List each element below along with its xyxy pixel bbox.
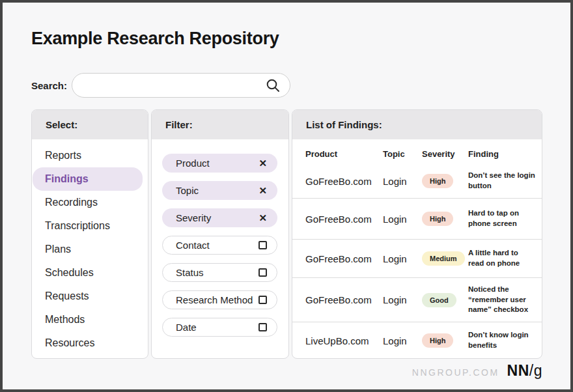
column-header-topic: Topic: [383, 149, 422, 159]
cell-finding: Don’t know login benefits: [468, 324, 535, 356]
filter-pill-label: Date: [176, 322, 259, 333]
column-header-finding: Finding: [468, 149, 535, 159]
cell-topic: Login: [383, 335, 422, 346]
cell-product: LiveUpBo.com: [305, 335, 383, 346]
app-frame: Example Research Repository Search: Sele…: [0, 0, 573, 392]
sidebar-item-methods[interactable]: Methods: [32, 308, 148, 331]
sidebar-item-resources[interactable]: Resources: [32, 331, 148, 355]
filter-pill-topic[interactable]: Topic ✕: [162, 181, 277, 200]
severity-badge: High: [422, 174, 453, 188]
search-row: Search:: [31, 73, 290, 98]
sidebar-item-plans[interactable]: Plans: [32, 238, 148, 261]
cell-topic: Login: [383, 253, 422, 264]
filter-pill-label: Research Method: [176, 294, 259, 305]
findings-panel: List of Findings: Product Topic Severity…: [292, 109, 542, 359]
filter-pill-status[interactable]: Status ✕: [162, 263, 277, 282]
cell-product: GoFreeBo.com: [305, 294, 383, 305]
severity-badge: High: [422, 333, 453, 348]
cell-finding: Don’t see the login button: [468, 165, 535, 197]
filter-pill-contact[interactable]: Contact ✕: [162, 236, 277, 255]
search-input[interactable]: [83, 76, 266, 95]
sidebar-item-schedules[interactable]: Schedules: [32, 261, 148, 285]
table-row[interactable]: GoFreeBo.com Login High Don’t see the lo…: [292, 164, 542, 198]
filter-pill-label: Status: [176, 267, 259, 278]
filter-pill-label: Topic: [176, 185, 259, 196]
table-row[interactable]: LiveUpBo.com Login High Don’t know login…: [292, 322, 542, 359]
checkbox-icon[interactable]: [259, 323, 267, 331]
cell-product: GoFreeBo.com: [305, 176, 383, 187]
sidebar-item-recordings[interactable]: Recordings: [32, 191, 148, 214]
filter-pill-research-method[interactable]: Research Method ✕: [162, 290, 277, 309]
nng-logo-slash-g: /g: [529, 362, 542, 379]
checkbox-icon[interactable]: [259, 268, 267, 277]
search-label: Search:: [31, 80, 72, 91]
remove-filter-icon[interactable]: ✕: [259, 186, 267, 195]
filter-pill-date[interactable]: Date ✕: [162, 318, 277, 337]
table-row[interactable]: GoFreeBo.com Login Good Noticed the “rem…: [292, 277, 542, 322]
footer-site-url: NNGROUP.COM: [412, 367, 499, 378]
page-title: Example Research Repository: [31, 29, 279, 49]
sidebar-item-transcriptions[interactable]: Transcriptions: [32, 214, 148, 238]
checkbox-icon[interactable]: [259, 241, 267, 249]
sidebar-item-requests[interactable]: Requests: [32, 285, 148, 308]
panels-row: Select: Reports Findings Recordings Tran…: [31, 109, 542, 359]
remove-filter-icon[interactable]: ✕: [259, 213, 267, 223]
sidebar-item-findings[interactable]: Findings: [33, 167, 143, 191]
remove-filter-icon[interactable]: ✕: [259, 158, 267, 168]
filter-panel: Filter: Product ✕ Topic ✕ Severity ✕: [151, 109, 289, 359]
checkbox-icon[interactable]: [259, 296, 267, 304]
filter-panel-header: Filter:: [152, 110, 288, 139]
footer: NNGROUP.COM NN/g: [412, 362, 542, 380]
column-header-severity: Severity: [422, 149, 468, 159]
cell-product: GoFreeBo.com: [305, 214, 383, 225]
search-icon[interactable]: [266, 78, 280, 92]
filter-pill-product[interactable]: Product ✕: [162, 154, 277, 173]
cell-topic: Login: [383, 294, 422, 305]
table-row[interactable]: GoFreeBo.com Login High Hard to tap on p…: [292, 198, 542, 239]
cell-finding: A little hard to read on phone: [468, 242, 535, 274]
severity-badge: High: [422, 212, 453, 226]
nng-logo-nn: NN: [507, 362, 529, 379]
cell-topic: Login: [383, 176, 422, 187]
findings-panel-header: List of Findings:: [292, 110, 542, 139]
select-panel-header: Select:: [32, 110, 148, 139]
sidebar-item-reports[interactable]: Reports: [32, 144, 148, 167]
table-row[interactable]: GoFreeBo.com Login Medium A little hard …: [292, 239, 542, 277]
cell-topic: Login: [383, 214, 422, 225]
cell-finding: Hard to tap on phone screen: [468, 203, 535, 234]
table-column-headers: Product Topic Severity Finding: [292, 139, 542, 164]
column-header-product: Product: [305, 149, 383, 159]
filter-pill-severity[interactable]: Severity ✕: [162, 208, 277, 227]
filter-pill-label: Product: [176, 158, 259, 169]
severity-badge: Good: [422, 293, 456, 307]
filter-pill-label: Severity: [176, 212, 259, 223]
cell-finding: Noticed the “remember user name” checkbo…: [468, 279, 535, 321]
select-panel: Select: Reports Findings Recordings Tran…: [31, 109, 148, 359]
cell-product: GoFreeBo.com: [305, 253, 383, 264]
filter-list: Product ✕ Topic ✕ Severity ✕ Contact ✕: [152, 139, 288, 345]
select-list: Reports Findings Recordings Transcriptio…: [32, 139, 148, 355]
nng-logo: NN/g: [507, 362, 542, 380]
filter-pill-label: Contact: [176, 240, 259, 251]
search-box[interactable]: [72, 73, 290, 98]
severity-badge: Medium: [422, 251, 465, 266]
